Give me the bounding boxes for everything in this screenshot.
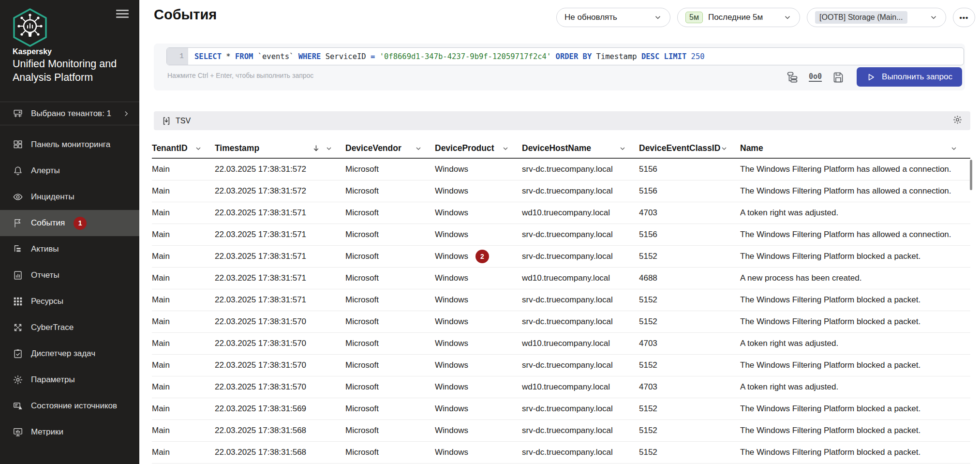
table-row[interactable]: Main 22.03.2025 17:38:31:571 Microsoft W… <box>152 268 970 289</box>
cell-deviceeventclassid: 5152 <box>639 426 740 435</box>
sidebar-item-reports[interactable]: Отчеты <box>0 262 139 288</box>
table-row[interactable]: Main 22.03.2025 17:38:31:571 Microsoft W… <box>152 289 970 311</box>
cell-deviceproduct: Windows <box>435 382 522 392</box>
cell-name: A new process has been created. <box>740 273 970 283</box>
save-icon[interactable] <box>832 71 844 83</box>
column-header-name[interactable]: Name <box>740 143 970 153</box>
cell-devicehostname: srv-dc.truecompany.local <box>522 230 639 239</box>
divider <box>0 102 139 102</box>
table-row[interactable]: Main 22.03.2025 17:38:31:572 Microsoft W… <box>152 180 970 202</box>
cell-deviceeventclassid: 5156 <box>639 230 740 239</box>
column-header-timestamp[interactable]: Timestamp <box>215 143 345 153</box>
statistics-icon[interactable]: 0o0 <box>809 73 822 82</box>
cell-tenantid: Main <box>152 448 215 457</box>
chevron-down-icon <box>929 13 938 22</box>
run-query-button[interactable]: Выполнить запрос <box>857 67 962 87</box>
cell-deviceproduct: Windows <box>435 339 522 348</box>
table-header-row: TenantID Timestamp DeviceVendor DevicePr… <box>152 139 970 159</box>
query-panel: 1 SELECT * FROM `events` WHERE ServiceID… <box>154 44 965 90</box>
tenant-filter-icon <box>13 108 23 119</box>
hamburger-menu-icon[interactable] <box>116 10 129 19</box>
table-row[interactable]: Main 22.03.2025 17:38:31:568 Microsoft W… <box>152 442 970 464</box>
cell-devicehostname: srv-dc.truecompany.local <box>522 317 639 327</box>
column-header-deviceeventclassid[interactable]: DeviceEventClassID <box>639 143 740 153</box>
cybertrace-icon <box>13 322 23 333</box>
table-settings-button[interactable] <box>952 115 963 127</box>
column-header-deviceproduct[interactable]: DeviceProduct <box>435 143 522 153</box>
cell-tenantid: Main <box>152 273 215 283</box>
table-row[interactable]: Main 22.03.2025 17:38:31:570 Microsoft W… <box>152 376 970 398</box>
table-row[interactable]: Main 22.03.2025 17:38:31:570 Microsoft W… <box>152 311 970 333</box>
table-row[interactable]: Main 22.03.2025 17:38:31:568 Microsoft W… <box>152 420 970 442</box>
sql-query-input[interactable]: 1 SELECT * FROM `events` WHERE ServiceID… <box>166 47 964 65</box>
cell-devicehostname: wd10.truecompany.local <box>522 339 639 348</box>
query-builder-icon[interactable] <box>787 71 798 83</box>
cell-devicevendor: Microsoft <box>345 426 435 435</box>
sidebar-item-alerts[interactable]: Алерты <box>0 158 139 184</box>
sidebar-item-incidents[interactable]: Инциденты <box>0 184 139 210</box>
cell-timestamp: 22.03.2025 17:38:31:571 <box>215 208 345 218</box>
cell-tenantid: Main <box>152 317 215 327</box>
table-row[interactable]: Main 22.03.2025 17:38:31:571 Microsoft W… <box>152 202 970 224</box>
table-row[interactable]: Main 22.03.2025 17:38:31:569 Microsoft W… <box>152 398 970 420</box>
cell-deviceeventclassid: 5152 <box>639 295 740 305</box>
tenants-label: Выбрано тенантов: 1 <box>31 109 122 119</box>
cell-deviceeventclassid: 5156 <box>639 165 740 174</box>
sidebar-item-assets[interactable]: Активы <box>0 236 139 262</box>
sidebar-item-resources[interactable]: Ресурсы <box>0 288 139 314</box>
cell-name: The Windows Filtering Platform blocked a… <box>740 448 970 457</box>
column-header-devicevendor[interactable]: DeviceVendor <box>345 143 435 153</box>
more-actions-button[interactable]: ••• <box>953 8 975 27</box>
divider <box>0 125 139 125</box>
sidebar-item-events[interactable]: События 1 <box>0 210 139 236</box>
product-name: Unified Monitoring andAnalysis Platform <box>13 57 117 84</box>
table-row[interactable]: Main 22.03.2025 17:38:31:572 Microsoft W… <box>152 159 970 180</box>
table-scrollbar[interactable] <box>970 160 972 190</box>
cell-name: A token right was adjusted. <box>740 339 970 348</box>
sidebar-item-source-status[interactable]: Состояние источников <box>0 393 139 419</box>
cell-tenantid: Main <box>152 230 215 239</box>
sql-query-text: SELECT * FROM `events` WHERE ServiceID =… <box>188 48 964 65</box>
cell-devicehostname: srv-dc.truecompany.local <box>522 404 639 414</box>
column-header-devicehostname[interactable]: DeviceHostName <box>522 143 639 153</box>
cell-name: A token right was adjusted. <box>740 382 970 392</box>
sidebar-item-metrics[interactable]: Метрики <box>0 419 139 445</box>
table-row[interactable]: Main 22.03.2025 17:38:31:570 Microsoft W… <box>152 355 970 376</box>
table-body: Main 22.03.2025 17:38:31:572 Microsoft W… <box>152 159 970 464</box>
cell-devicehostname: srv-dc.truecompany.local <box>522 426 639 435</box>
events-table: TenantID Timestamp DeviceVendor DevicePr… <box>152 139 970 464</box>
cell-devicehostname: srv-dc.truecompany.local <box>522 360 639 370</box>
cell-deviceproduct: Windows <box>435 208 522 218</box>
period-select[interactable]: 5м Последние 5м <box>677 8 800 27</box>
sidebar-item-dashboard[interactable]: Панель мониторинга <box>0 132 139 158</box>
sidebar-item-settings[interactable]: Параметры <box>0 367 139 393</box>
main-content: События Не обновлять 5м Последние 5м [OO… <box>139 0 980 464</box>
table-row[interactable]: Main 22.03.2025 17:38:31:571 Microsoft W… <box>152 224 970 246</box>
chevron-down-icon <box>720 145 728 152</box>
cell-devicehostname: wd10.truecompany.local <box>522 273 639 283</box>
metrics-monitor-icon <box>13 427 23 437</box>
cell-devicevendor: Microsoft <box>345 273 435 283</box>
chevron-down-icon <box>619 145 626 152</box>
storage-select[interactable]: [OOTB] Storage (Main... <box>807 8 946 27</box>
sidebar-item-task-manager[interactable]: Диспетчер задач <box>0 341 139 367</box>
period-badge: 5м <box>685 12 703 23</box>
cell-tenantid: Main <box>152 186 215 196</box>
cell-devicevendor: Microsoft <box>345 208 435 218</box>
tsv-export-button[interactable]: TSV <box>162 116 191 126</box>
download-icon <box>162 116 171 126</box>
refresh-mode-select[interactable]: Не обновлять <box>556 8 670 27</box>
cell-tenantid: Main <box>152 339 215 348</box>
table-row[interactable]: Main 22.03.2025 17:38:31:571 Microsoft W… <box>152 246 970 268</box>
table-row[interactable]: Main 22.03.2025 17:38:31:570 Microsoft W… <box>152 333 970 355</box>
cell-devicevendor: Microsoft <box>345 165 435 174</box>
cell-name: The Windows Filtering Platform blocked a… <box>740 426 970 435</box>
cell-name: The Windows Filtering Platform has allow… <box>740 230 970 239</box>
sort-desc-icon[interactable] <box>312 144 320 152</box>
cell-name: The Windows Filtering Platform blocked a… <box>740 252 970 261</box>
sidebar-item-cybertrace[interactable]: CyberTrace <box>0 314 139 341</box>
cell-timestamp: 22.03.2025 17:38:31:568 <box>215 448 345 457</box>
column-header-tenantid[interactable]: TenantID <box>152 143 215 153</box>
sidebar-item-tenants[interactable]: Выбрано тенантов: 1 <box>0 103 139 125</box>
gear-icon <box>952 115 963 125</box>
